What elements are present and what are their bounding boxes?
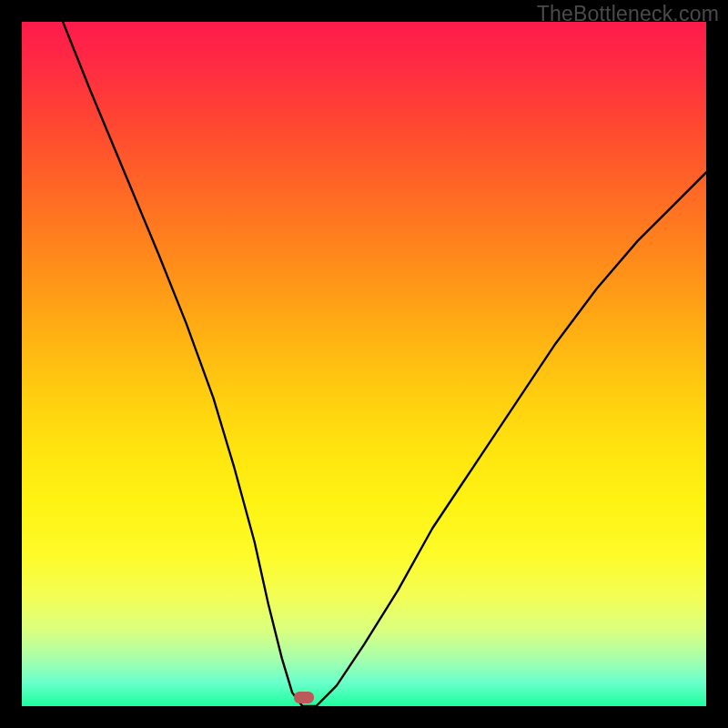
- bottleneck-curve-path: [63, 22, 706, 706]
- chart-frame: TheBottleneck.com: [0, 0, 728, 728]
- watermark-text: TheBottleneck.com: [537, 2, 719, 26]
- optimum-marker: [294, 692, 314, 703]
- plot-area: [22, 22, 706, 706]
- curve-svg: [22, 22, 706, 706]
